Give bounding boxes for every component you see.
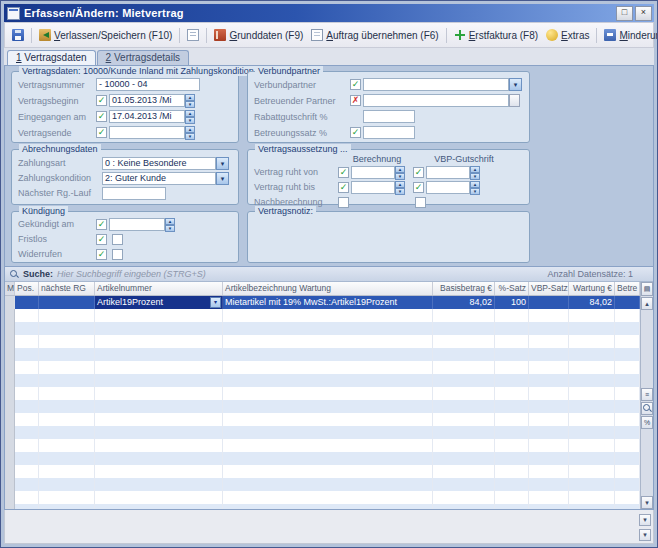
eingegangen-spinner[interactable]: ▴▾ (185, 110, 195, 123)
end-button[interactable]: ▾ (639, 529, 651, 541)
vertragsbeginn-spinner[interactable]: ▴▾ (185, 94, 195, 107)
rabattgutschrift-field[interactable] (363, 110, 415, 123)
vertragsbeginn-value[interactable]: 01.05.2013 /Mi (109, 94, 185, 107)
table-row-empty[interactable] (5, 387, 640, 400)
ruht-von-spinner-2[interactable]: ▴▾ (470, 166, 480, 179)
close-button[interactable]: × (635, 6, 652, 21)
ruht-bis-value-2[interactable] (426, 181, 470, 194)
spin-down-icon[interactable]: ▾ (470, 188, 480, 195)
vertragsnotiz-field[interactable] (252, 219, 525, 258)
widerrufen-check-toggle[interactable]: ✓ (96, 249, 107, 260)
table-row-empty[interactable] (5, 491, 640, 504)
verbundpartner-value[interactable] (363, 78, 509, 91)
verbundpartner-check-toggle[interactable]: ✓ (350, 79, 361, 90)
column-header[interactable]: Pos. (15, 282, 39, 295)
spin-up-icon[interactable]: ▴ (470, 166, 480, 173)
spin-up-icon[interactable]: ▴ (395, 181, 405, 188)
spin-down-icon[interactable]: ▾ (185, 133, 195, 140)
spin-up-icon[interactable]: ▴ (470, 181, 480, 188)
column-header[interactable]: Artikelbezeichnung Wartung (223, 282, 433, 295)
percent-button[interactable]: % (641, 416, 653, 429)
extras-button[interactable]: Extras (542, 27, 593, 43)
spin-down-icon[interactable]: ▾ (185, 101, 195, 108)
spin-down-icon[interactable]: ▾ (395, 173, 405, 180)
column-header[interactable]: nächste RG (39, 282, 95, 295)
ruht-bis-check-toggle-1[interactable]: ✓ (338, 182, 349, 193)
eingegangen-value[interactable]: 17.04.2013 /Mi (109, 110, 185, 123)
ruht-von-value-1[interactable] (351, 166, 395, 179)
ruht-von-check-toggle-1[interactable]: ✓ (338, 167, 349, 178)
table-row-selected[interactable]: Artikel19Prozent▾Mietartikel mit 19% MwS… (5, 296, 640, 309)
column-header[interactable]: Artikelnummer (95, 282, 223, 295)
table-row-empty[interactable] (5, 478, 640, 491)
column-header[interactable]: M (5, 282, 15, 295)
nachberechnung-checkbox-1[interactable] (338, 197, 349, 208)
ruht-bis-spinner-1[interactable]: ▴▾ (395, 181, 405, 194)
table-row-empty[interactable] (5, 452, 640, 465)
table-row-empty[interactable] (5, 413, 640, 426)
scroll-up-button[interactable]: ▴ (641, 297, 653, 310)
nachberechnung-checkbox-2[interactable] (415, 197, 426, 208)
verlassen-speichern-button[interactable]: Verlassen/Speichern (F10) (35, 27, 176, 43)
spin-down-icon[interactable]: ▾ (395, 188, 405, 195)
gekuendigt-value[interactable] (109, 218, 165, 231)
auftrag-uebernehmen-button[interactable]: Auftrag übernehmen (F6) (307, 27, 442, 43)
table-row-empty[interactable] (5, 426, 640, 439)
zahlungskondition-value[interactable]: 2: Guter Kunde (102, 172, 216, 185)
erstfaktura-button[interactable]: Erstfaktura (F8) (450, 27, 542, 43)
ruht-von-value-2[interactable] (426, 166, 470, 179)
zoom-button[interactable] (641, 402, 653, 415)
vertragsbeginn-check-toggle[interactable]: ✓ (96, 95, 107, 106)
fristlos-check-toggle[interactable]: ✓ (96, 234, 107, 245)
column-options-button[interactable]: ▤ (641, 282, 653, 296)
dropdown-arrow-icon[interactable]: ▾ (216, 172, 229, 185)
table-row-empty[interactable] (5, 361, 640, 374)
artikelnummer-dropdown-icon[interactable]: ▾ (210, 297, 221, 308)
betreuender-partner-browse-button[interactable] (509, 94, 520, 107)
vertragsnummer-field[interactable]: - 10000 - 04 (96, 78, 200, 91)
zahlungsart-value[interactable]: 0 : Keine Besondere (102, 157, 216, 170)
table-row-empty[interactable] (5, 322, 640, 335)
search-input[interactable]: Hier Suchbegriff eingeben (STRG+S) (57, 269, 206, 279)
ruht-bis-spinner-2[interactable]: ▴▾ (470, 181, 480, 194)
dropdown-arrow-icon[interactable]: ▾ (216, 157, 229, 170)
spin-up-icon[interactable]: ▴ (185, 94, 195, 101)
table-row-empty[interactable] (5, 465, 640, 478)
vertragsende-check-toggle[interactable]: ✓ (96, 127, 107, 138)
vertragsende-spinner[interactable]: ▴▾ (185, 126, 195, 139)
minderung-button[interactable]: Minderung (600, 27, 658, 43)
ruht-von-spinner-1[interactable]: ▴▾ (395, 166, 405, 179)
column-header[interactable]: VBP-Satz (529, 282, 569, 295)
rglauf-field[interactable] (102, 187, 166, 200)
tab-vertragsdaten[interactable]: 1 Vertragsdaten (7, 50, 96, 66)
gekuendigt-spinner[interactable]: ▴▾ (165, 218, 175, 231)
page-down-button[interactable]: ▾ (639, 514, 651, 526)
menu-button[interactable]: ≡ (641, 388, 653, 401)
ruht-von-check-toggle-2[interactable]: ✓ (413, 167, 424, 178)
betreuungssatz-check-toggle[interactable]: ✓ (350, 127, 361, 138)
spin-up-icon[interactable]: ▴ (165, 218, 175, 225)
column-header[interactable]: Basisbetrag € (433, 282, 495, 295)
spin-down-icon[interactable]: ▾ (165, 225, 175, 232)
betreuender-partner-field[interactable] (363, 94, 509, 107)
scroll-down-button[interactable]: ▾ (641, 496, 653, 509)
fristlos-checkbox[interactable] (112, 234, 123, 245)
minimize-button[interactable]: □ (616, 6, 633, 21)
eingegangen-check-toggle[interactable]: ✓ (96, 111, 107, 122)
search-bar[interactable]: Suche: Hier Suchbegriff eingeben (STRG+S… (5, 267, 653, 282)
spin-up-icon[interactable]: ▴ (185, 110, 195, 117)
table-row-empty[interactable] (5, 504, 640, 509)
print-preview-button[interactable] (183, 27, 203, 43)
spin-up-icon[interactable]: ▴ (395, 166, 405, 173)
vertragsende-value[interactable] (109, 126, 185, 139)
table-row-empty[interactable] (5, 400, 640, 413)
spin-up-icon[interactable]: ▴ (185, 126, 195, 133)
ruht-bis-value-1[interactable] (351, 181, 395, 194)
widerrufen-checkbox[interactable] (112, 249, 123, 260)
save-button[interactable] (8, 27, 28, 43)
grunddaten-button[interactable]: Grunddaten (F9) (210, 27, 307, 43)
betreuungssatz-field[interactable] (363, 126, 415, 139)
spin-down-icon[interactable]: ▾ (470, 173, 480, 180)
vertical-scrollbar[interactable]: ▤ ▴ ≡ % ▾ (640, 282, 653, 509)
ruht-bis-check-toggle-2[interactable]: ✓ (413, 182, 424, 193)
